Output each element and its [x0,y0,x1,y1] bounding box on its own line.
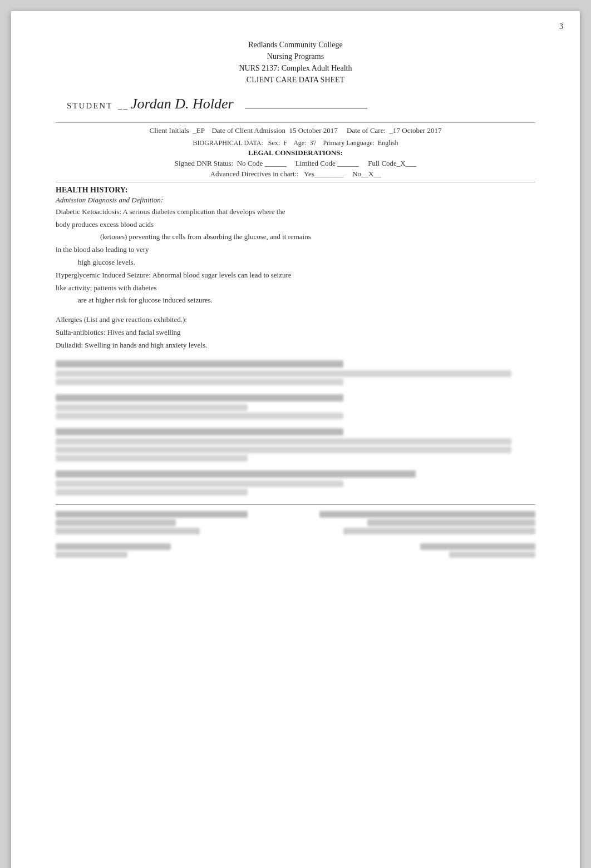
blurred-section-2 [56,394,535,419]
age-value: 37 [309,139,316,147]
blurred-content-3c [56,455,248,462]
blurred-section-4 [56,470,535,495]
header-line4: CLIENT CARE DATA SHEET [56,74,535,86]
diagnosis-line-8: are at higher risk for glucose induced s… [56,295,535,306]
no-label: No__X__ [352,170,381,178]
diagnosis-line-7: like activity; patients with diabetes [56,282,535,294]
bottom-left-line-3 [56,528,200,534]
legal-header: LEGAL CONSIDERATIONS: [56,148,535,157]
student-section: STUDENT __ Jordan D. Holder [56,96,535,112]
footer-right-line-1 [420,543,535,550]
initials-value: _EP [193,126,204,135]
bottom-left-1 [56,509,296,536]
biographical-row: BIOGRAPHICAL DATA: Sex: F Age: 37 Primar… [56,139,535,147]
footer-left [56,542,200,559]
allergies-label: Allergies (List and give reactions exhib… [56,314,535,326]
bottom-left-line-1 [56,511,248,518]
limited-code-label: Limited Code [296,159,336,167]
language-label: Primary Language: [323,139,374,147]
yes-label: Yes________ [304,170,343,178]
biographical-label: BIOGRAPHICAL DATA: [193,139,263,147]
allergies-section: Allergies (List and give reactions exhib… [56,314,535,351]
diagnosis-line-5: high glucose levels. [56,257,535,269]
document-page: 3 Redlands Community College Nursing Pro… [11,11,580,868]
divider-top [56,122,535,123]
student-label-underscores: __ [115,101,129,111]
allergy-1: Sulfa-antibiotics: Hives and facial swel… [56,327,535,339]
header-line1: Redlands Community College [56,39,535,51]
blurred-content-4b [56,489,248,495]
health-history-header: HEALTH HISTORY: [56,186,535,195]
bottom-right-line-3 [343,528,535,534]
page-number: 3 [559,22,563,31]
admission-date: 15 October 2017 [289,126,337,135]
admission-label: Date of Client Admission [211,126,285,135]
blurred-content-1a [56,370,511,377]
blurred-content-2a [56,404,248,411]
footer-right-line-2 [449,552,535,558]
initials-label: Client Initials [150,126,189,135]
allergy-2: Duliadid: Swelling in hands and high anx… [56,340,535,351]
blurred-content-1b [56,379,343,385]
diagnosis-line-3: (ketones) preventing the cells from abso… [56,231,535,243]
care-date-value: _17 October 2017 [390,126,442,135]
diagnosis-line-6: Hyperglycemic Induced Seizure: Abnormal … [56,270,535,281]
diagnosis-line-4: in the blood also leading to very [56,244,535,256]
document-header: Redlands Community College Nursing Progr… [56,39,535,86]
footer-row [56,542,535,559]
admission-diagnosis-label: Admission Diagnosis and Definition: [56,196,535,205]
blurred-content-3b [56,447,511,453]
blurred-content-4a [56,480,343,487]
advanced-label: Advanced Directives in chart:: [210,170,299,178]
sex-value: F [283,139,287,147]
sex-label: Sex: [268,139,280,147]
blurred-section-3 [56,428,535,462]
bottom-left-line-2 [56,519,176,526]
blurred-title-3 [56,428,343,435]
footer-right [391,542,535,559]
header-line2: Nursing Programs [56,51,535,62]
diagnosis-line-1: Diabetic Ketoacidosis: A serious diabete… [56,206,535,218]
client-info-row: Client Initials _EP Date of Client Admis… [56,125,535,137]
divider-legal [56,182,535,182]
student-name-underline [245,108,367,108]
diagnosis-line-2: body produces excess blood acids [56,219,535,231]
blurred-content-2b [56,413,343,419]
blurred-title-4 [56,470,416,478]
age-label: Age: [293,139,306,147]
care-date-label: Date of Care: [347,126,386,135]
footer-left-line-1 [56,543,171,550]
bottom-section [56,504,535,559]
no-code-label: No Code [237,159,263,167]
blurred-title-1 [56,360,343,368]
student-name: Jordan D. Holder [131,96,234,112]
bottom-right-line-2 [367,519,535,526]
dnr-label: Signed DNR Status: [175,159,233,167]
bottom-row-1 [56,509,535,536]
dnr-row: Signed DNR Status: No Code ______ Limite… [56,159,535,168]
footer-left-line-2 [56,552,127,558]
blurred-title-2 [56,394,343,401]
bottom-right-1 [296,509,535,536]
blurred-content-3a [56,438,511,445]
language-value: English [378,139,398,147]
bottom-right-line-1 [319,511,535,518]
blurred-section-1 [56,360,535,385]
full-code-label: Full Code_X___ [368,159,416,167]
student-label: STUDENT [67,101,112,111]
advanced-directives-row: Advanced Directives in chart:: Yes______… [56,170,535,178]
header-line3: NURS 2137: Complex Adult Health [56,62,535,74]
